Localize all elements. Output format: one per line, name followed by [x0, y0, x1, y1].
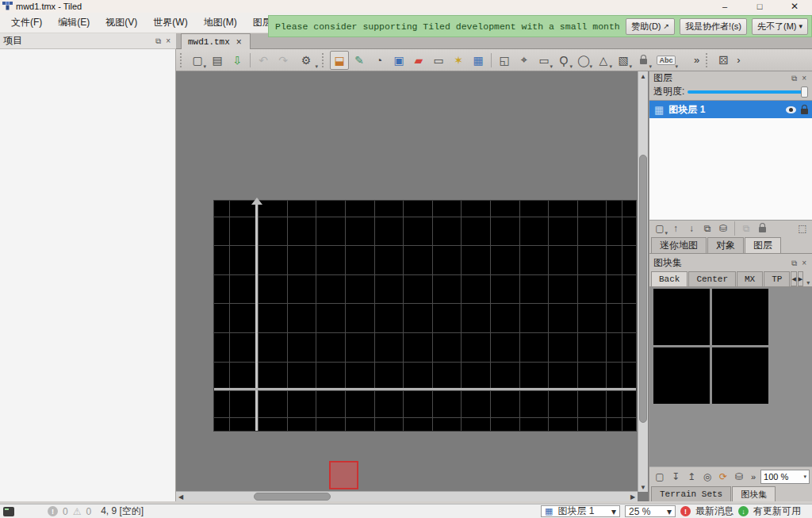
- float-panel-icon[interactable]: ⧉: [789, 74, 799, 83]
- scroll-up-icon[interactable]: ▲: [638, 71, 648, 81]
- duplicate-layer-button[interactable]: ⧉: [700, 221, 714, 235]
- tab-minimap[interactable]: 迷你地图: [651, 237, 707, 253]
- contributor-button[interactable]: 我是协作者!(s): [680, 18, 747, 35]
- opacity-slider[interactable]: [688, 90, 806, 94]
- insert-rectangle-button[interactable]: ▭▾: [534, 51, 553, 70]
- vertical-scroll-thumb[interactable]: [639, 155, 647, 423]
- update-icon[interactable]: ↓: [738, 506, 749, 516]
- tileset-tile[interactable]: [653, 289, 710, 345]
- error-status-icon[interactable]: !: [48, 506, 58, 516]
- close-button[interactable]: ✕: [777, 0, 812, 13]
- toolbar-handle[interactable]: [706, 53, 710, 67]
- tab-close-icon[interactable]: ×: [236, 36, 242, 48]
- horizontal-scrollbar[interactable]: ◀ ▶: [176, 491, 638, 501]
- new-tileset-button[interactable]: ▢: [653, 470, 667, 483]
- lower-layer-button[interactable]: ↓: [684, 221, 699, 235]
- menu-edit[interactable]: 编辑(E): [50, 13, 98, 32]
- rect-select-button[interactable]: ▭: [429, 51, 448, 70]
- float-panel-icon[interactable]: ⧉: [789, 259, 799, 268]
- tab-terrain-sets[interactable]: Terrain Sets: [651, 486, 731, 501]
- news-icon[interactable]: !: [680, 506, 691, 516]
- opacity-slider-handle[interactable]: [801, 86, 808, 98]
- remove-tileset-button[interactable]: ⛁: [732, 470, 746, 483]
- tileset-tile[interactable]: [712, 347, 768, 404]
- menu-view[interactable]: 视图(V): [98, 13, 145, 32]
- save-file-button[interactable]: ⇩: [228, 51, 247, 70]
- tileset-tab-next-icon[interactable]: ▶: [798, 271, 803, 286]
- tileset-tab-tp[interactable]: TP: [764, 271, 790, 286]
- current-layer-combo[interactable]: ▦ 图块层 1 ▾: [541, 505, 620, 517]
- select-objects-button[interactable]: ◱: [495, 51, 514, 70]
- tab-objects[interactable]: 对象: [707, 237, 744, 253]
- toolbar-handle[interactable]: [322, 53, 327, 67]
- tab-layers[interactable]: 图层: [745, 237, 781, 253]
- update-label[interactable]: 有更新可用: [753, 505, 801, 518]
- tileset-overflow-button[interactable]: »: [748, 472, 759, 482]
- menu-world[interactable]: 世界(W): [145, 13, 195, 32]
- lock-layer-button[interactable]: [755, 221, 769, 235]
- raise-layer-button[interactable]: ↑: [668, 221, 683, 235]
- menu-file[interactable]: 文件(F): [3, 13, 50, 32]
- float-panel-icon[interactable]: ⧉: [153, 36, 163, 46]
- edit-polygons-button[interactable]: ⌖: [515, 51, 534, 70]
- scroll-down-icon[interactable]: ▼: [638, 482, 648, 492]
- export-tileset-button[interactable]: ↥: [684, 470, 699, 483]
- tileset-tab-mx[interactable]: MX: [737, 271, 763, 286]
- tileset-tile[interactable]: [712, 289, 768, 345]
- new-map-button[interactable]: ▢▾: [188, 51, 207, 70]
- redo-button[interactable]: ↷: [274, 51, 293, 70]
- horizontal-scroll-thumb[interactable]: [254, 493, 331, 501]
- close-panel-icon[interactable]: ×: [799, 259, 809, 267]
- tileset-zoom-combo[interactable]: 100 % ▾: [760, 470, 810, 484]
- tab-mwd1[interactable]: mwd1.tmx ×: [181, 33, 251, 49]
- layer-lock-icon[interactable]: [801, 109, 808, 114]
- embed-tileset-button[interactable]: ↧: [668, 470, 683, 483]
- same-tile-select-button[interactable]: ▦: [469, 51, 488, 70]
- layer-row-tile-layer-1[interactable]: ▦ 图块层 1: [649, 101, 812, 118]
- visibility-eye-icon[interactable]: [786, 106, 796, 113]
- eraser-button[interactable]: ▰: [409, 51, 428, 70]
- terrain-brush-button[interactable]: ✎: [350, 51, 369, 70]
- remove-layer-button[interactable]: ⛁: [716, 221, 730, 235]
- map-zoom-combo[interactable]: 25 % ▾: [625, 505, 676, 517]
- minimize-button[interactable]: –: [707, 0, 742, 13]
- menu-map[interactable]: 地图(M): [196, 13, 245, 32]
- toolbar-overflow-button[interactable]: »: [691, 54, 703, 66]
- vertical-scrollbar[interactable]: ▲ ▼: [638, 71, 648, 492]
- toolbar-extend-button[interactable]: ›: [733, 54, 743, 66]
- tileset-tab-center[interactable]: Center: [688, 271, 736, 286]
- highlight-layer-button[interactable]: ⬚: [795, 221, 810, 235]
- reload-tileset-button[interactable]: ⟳: [716, 470, 730, 483]
- undo-button[interactable]: ↶: [254, 51, 273, 70]
- insert-polygon-button[interactable]: △▾: [594, 51, 613, 70]
- random-mode-button[interactable]: ⚄: [714, 51, 733, 70]
- project-panel-body[interactable]: [0, 49, 176, 501]
- tileset-tab-back[interactable]: Back: [651, 271, 688, 286]
- donate-button[interactable]: 赞助(D) ↗: [626, 18, 675, 35]
- execute-commands-button[interactable]: ⚙▾: [293, 51, 319, 70]
- tileset-tab-menu-icon[interactable]: ▾: [804, 279, 812, 286]
- close-panel-icon[interactable]: ×: [799, 74, 809, 82]
- stamp-brush-button[interactable]: ⬓: [330, 51, 349, 70]
- dismiss-button[interactable]: 先不了(M) ▾: [752, 18, 808, 35]
- shape-fill-button[interactable]: ▣: [389, 51, 408, 70]
- scroll-left-icon[interactable]: ◀: [176, 492, 186, 501]
- maximize-button[interactable]: □: [742, 0, 777, 13]
- bucket-fill-button[interactable]: ◔: [370, 51, 389, 70]
- tileset-view[interactable]: [649, 287, 812, 466]
- tileset-tab-prev-icon[interactable]: ◀: [791, 271, 796, 286]
- tileset-tile[interactable]: [653, 347, 710, 404]
- tab-tilesets[interactable]: 图块集: [732, 486, 776, 501]
- news-label[interactable]: 最新消息: [695, 505, 733, 518]
- scroll-right-icon[interactable]: ▶: [628, 492, 638, 501]
- close-panel-icon[interactable]: ×: [163, 36, 173, 45]
- open-file-button[interactable]: ▤: [208, 51, 227, 70]
- toolbar-handle[interactable]: [180, 53, 185, 67]
- duplicate-disabled-button[interactable]: ⧉: [739, 221, 753, 235]
- warning-status-icon[interactable]: ⚠: [73, 506, 82, 517]
- magic-wand-button[interactable]: ✶: [449, 51, 468, 70]
- insert-ellipse-button[interactable]: ◯▾: [574, 51, 593, 70]
- console-icon[interactable]: [3, 507, 14, 516]
- insert-template-button[interactable]: ▾: [634, 51, 653, 70]
- new-layer-button[interactable]: ▢▾: [653, 221, 667, 235]
